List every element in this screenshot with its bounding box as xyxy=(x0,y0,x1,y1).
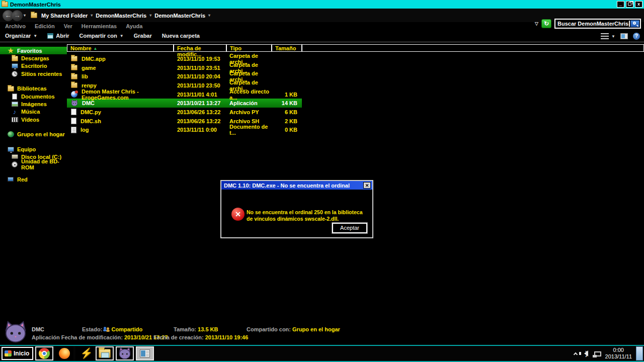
search-text: Buscar DemonMasterChris xyxy=(557,21,628,27)
nav-history-dropdown-icon[interactable]: ▾ xyxy=(24,13,26,18)
document-icon xyxy=(11,93,18,100)
search-input[interactable]: Buscar DemonMasterChris xyxy=(554,19,641,29)
active-window-icon xyxy=(140,349,150,357)
file-size: 6 KB xyxy=(272,109,299,115)
new-folder-label: Nueva carpeta xyxy=(162,33,200,39)
menu-item-ayuda[interactable]: Ayuda xyxy=(126,23,142,29)
taskbar-app-explorer[interactable] xyxy=(96,346,114,360)
chevron-down-icon: ▼ xyxy=(33,34,37,38)
taskbar-clock[interactable]: 0:00 2013/11/11 xyxy=(605,347,632,360)
menu-item-archivo[interactable]: Archivo xyxy=(5,23,26,29)
file-date: 2013/11/10 23:51 xyxy=(174,65,226,71)
sidebar-item-red[interactable]: Red xyxy=(0,175,67,183)
sidebar-item-sitios-recientes[interactable]: Sitios recientes xyxy=(0,70,67,77)
burn-button[interactable]: Grabar xyxy=(134,33,152,39)
open-button[interactable]: Abrir xyxy=(47,33,69,39)
details-pane: DMC Estado: Compartido Tamaño: 13.5 KB C… xyxy=(0,320,644,344)
file-name: lib xyxy=(82,73,88,79)
file-date: 2013/11/10 19:53 xyxy=(174,56,226,62)
address-dropdown-icon[interactable]: ▽ xyxy=(535,21,538,26)
sidebar-item-label: Grupo en el hogar xyxy=(17,131,65,137)
file-name: renpy xyxy=(82,82,97,88)
restore-button[interactable] xyxy=(626,1,633,8)
sidebar-group: Red xyxy=(0,175,67,183)
show-desktop-button[interactable] xyxy=(636,346,643,360)
breadcrumb-item[interactable]: My Shared Folder xyxy=(40,13,89,19)
breadcrumb-item[interactable]: DemonMasterChris xyxy=(95,13,147,19)
file-date: 2013/11/11 0:00 xyxy=(174,127,226,133)
clock-date: 2013/11/11 xyxy=(605,353,632,360)
menu-item-edicion[interactable]: Edición xyxy=(35,23,55,29)
volume-icon[interactable] xyxy=(581,350,588,356)
file-row[interactable]: log2013/11/11 0:00Documento de t...0 KB xyxy=(67,126,302,135)
folder-icon xyxy=(7,85,14,92)
sidebar-item-grupo-en-el-hogar[interactable]: Grupo en el hogar xyxy=(0,131,67,138)
file-date: 2013/11/10 23:50 xyxy=(174,82,226,88)
details-type: Aplicación xyxy=(32,334,60,340)
organize-button[interactable]: Organizar ▼ xyxy=(5,33,37,39)
sidebar-item-descargas[interactable]: Descargas xyxy=(0,54,67,62)
file-date: 2013/11/10 20:04 xyxy=(174,73,226,79)
change-view-button[interactable]: ▼ xyxy=(601,33,615,39)
breadcrumb-separator-icon[interactable]: ▾ xyxy=(149,13,151,18)
sidebar-item-unidad-de-bd-rom[interactable]: Unidad de BD-ROM xyxy=(0,161,67,168)
music-note-icon: ♪ xyxy=(11,109,18,115)
dialog-close-button[interactable]: ✕ xyxy=(363,182,371,189)
close-button[interactable]: x xyxy=(635,1,642,8)
file-row[interactable]: Demon Master Chris - ErogeGames.com2013/… xyxy=(67,90,302,99)
forward-button[interactable]: → xyxy=(12,10,23,21)
start-button[interactable]: Inicio xyxy=(2,347,33,360)
star-icon: ★ xyxy=(7,47,14,54)
sidebar-item-documentos[interactable]: Documentos xyxy=(0,93,67,100)
file-row[interactable]: DMC2013/10/21 13:27Aplicación14 KB xyxy=(67,99,302,108)
sidebar-item-favoritos[interactable]: ★Favoritos xyxy=(0,47,67,54)
file-type: Archivo PY xyxy=(226,109,272,115)
dialog-message: No se encuentra el ordinal 250 en la bib… xyxy=(247,209,366,222)
text-caret xyxy=(629,21,630,27)
search-button[interactable] xyxy=(630,20,639,27)
share-button[interactable]: Compartir con ▼ xyxy=(79,33,124,39)
mod-date-label: Fecha de modificación: xyxy=(61,334,123,340)
monitor-icon xyxy=(11,63,18,69)
taskbar-app-activewin[interactable] xyxy=(136,346,154,360)
sidebar-item-label: Vídeos xyxy=(21,117,39,123)
preview-pane-button[interactable] xyxy=(620,33,628,39)
file-name: DMC xyxy=(82,100,95,106)
column-header-date[interactable]: Fecha de modific... xyxy=(174,44,226,52)
breadcrumb-item[interactable]: DemonMasterChris xyxy=(153,13,206,19)
help-button[interactable]: ? xyxy=(633,33,640,40)
clock-time: 0:00 xyxy=(605,347,632,353)
column-header-name[interactable]: Nombre ▲ xyxy=(67,44,174,52)
sidebar-item-equipo[interactable]: Equipo xyxy=(0,145,67,153)
taskbar-app-cat[interactable] xyxy=(116,346,134,360)
sidebar-item-mu-sica[interactable]: ♪Música xyxy=(0,108,67,116)
minimize-button[interactable]: _ xyxy=(617,1,624,8)
shared-with-label: Compartido con: xyxy=(247,326,291,332)
tray-expand-icon[interactable] xyxy=(573,352,577,356)
menu-item-ver[interactable]: Ver xyxy=(64,23,72,29)
file-row[interactable]: DMC.py2013/06/26 13:22Archivo PY6 KB xyxy=(67,108,302,117)
sidebar-item-vi-deos[interactable]: Vídeos xyxy=(0,116,67,123)
breadcrumb-separator-icon[interactable]: ▾ xyxy=(208,13,210,18)
file-type: Acceso directo a... xyxy=(226,88,272,101)
breadcrumb-separator-icon[interactable]: ▾ xyxy=(91,13,93,18)
dmc-cat-icon xyxy=(4,321,27,344)
refresh-button[interactable]: ↻ xyxy=(541,19,551,28)
taskbar-app-firefox[interactable] xyxy=(55,346,73,360)
new-folder-button[interactable]: Nueva carpeta xyxy=(162,33,200,39)
sidebar-item-escritorio[interactable]: Escritorio xyxy=(0,62,67,70)
sidebar-item-ima-genes[interactable]: Imágenes xyxy=(0,100,67,108)
sidebar-group: ★FavoritosDescargasEscritorioSitios reci… xyxy=(0,47,67,78)
sidebar-item-label: Imágenes xyxy=(21,101,47,107)
menu-item-herramientas[interactable]: Herramientas xyxy=(82,23,117,29)
accept-button[interactable]: Aceptar xyxy=(332,223,367,233)
column-header-size[interactable]: Tamaño xyxy=(272,44,302,52)
taskbar-app-chrome[interactable] xyxy=(35,346,53,360)
network-icon[interactable] xyxy=(594,351,601,356)
window-titlebar: DemonMasterChris _ x xyxy=(0,0,644,9)
column-header-type[interactable]: Tipo xyxy=(226,44,272,52)
taskbar-app-winamp[interactable] xyxy=(75,346,94,360)
sidebar-item-bibliotecas[interactable]: Bibliotecas xyxy=(0,85,67,93)
file-type: Archivo SH xyxy=(226,118,272,124)
taskbar: Inicio 0:00 2013/11/11 xyxy=(0,345,644,362)
